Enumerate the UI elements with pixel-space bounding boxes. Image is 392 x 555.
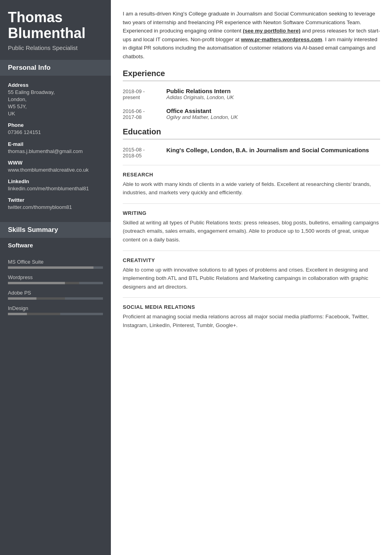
exp-details: Office AssistantOgilvy and Mather, Londo…	[166, 107, 380, 120]
education-item: 2015-08 -2018-05King's College, London, …	[123, 146, 380, 159]
skill-bar	[8, 266, 103, 269]
phone-group: Phone 07366 124151	[8, 122, 103, 136]
skill-name: InDesign	[8, 305, 103, 311]
exp-company: Adidas Originals, London, UK	[166, 94, 380, 100]
address-label: Address	[8, 82, 103, 88]
phone-value: 07366 124151	[8, 129, 103, 136]
exp-role: Public Relations Intern	[166, 88, 380, 94]
email-value: thomas.j.blumenthal@gmail.com	[8, 148, 103, 155]
section-divider	[123, 203, 380, 204]
skills-section: RESEARCHAble to work with many kinds of …	[123, 165, 380, 330]
experience-item: 2016-06 -2017-08Office AssistantOgilvy a…	[123, 107, 380, 120]
skill-category-title: WRITING	[123, 210, 380, 216]
skill-category-title: SOCIAL MEDIA RELATIONS	[123, 304, 380, 310]
edu-degree: King's College, London, B.A. in Journali…	[166, 146, 380, 154]
education-list: 2015-08 -2018-05King's College, London, …	[123, 146, 380, 159]
education-section: Education 2015-08 -2018-05King's College…	[123, 127, 380, 159]
sidebar-header: Thomas Blumenthal Public Relations Speci…	[0, 0, 111, 60]
personal-info-header: Personal Info	[0, 60, 111, 76]
linkedin-value: linkedin.com/me/thomblumenthal81	[8, 185, 103, 192]
twitter-label: Twitter	[8, 197, 103, 203]
skill-category: WRITINGSkilled at writing all types of P…	[123, 210, 380, 244]
candidate-title: Public Relations Specialist	[8, 44, 103, 52]
experience-title: Experience	[123, 69, 380, 81]
skill-category-desc: Able to work with many kinds of clients …	[123, 180, 380, 197]
education-title: Education	[123, 127, 380, 140]
skill-name: Adobe PS	[8, 290, 103, 296]
personal-info-content: Address 55 Ealing Broadway,London,W5 5JY…	[0, 76, 111, 222]
exp-details: Public Relations InternAdidas Originals,…	[166, 88, 380, 100]
skills-summary-header: Skills Summary	[0, 222, 111, 238]
skill-item: Wordpress	[8, 274, 103, 284]
section-divider	[123, 297, 380, 298]
software-header: Software	[0, 238, 111, 253]
section-divider	[123, 251, 380, 251]
skill-bar	[8, 297, 103, 300]
skill-bar-accent	[36, 297, 65, 300]
skill-item: Adobe PS	[8, 290, 103, 300]
email-group: E-mail thomas.j.blumenthal@gmail.com	[8, 141, 103, 155]
skill-item: MS Office Suite	[8, 259, 103, 269]
edu-date: 2015-08 -2018-05	[123, 146, 166, 159]
skill-bar	[8, 282, 103, 284]
software-content: MS Office SuiteWordpressAdobe PSInDesign	[0, 253, 111, 327]
blog-link[interactable]: www.pr-matters.wordpress.com	[241, 36, 322, 42]
edu-details: King's College, London, B.A. in Journali…	[166, 146, 380, 159]
portfolio-link[interactable]: (see my portfolio here)	[243, 28, 301, 34]
www-label: WWW	[8, 160, 103, 166]
skill-bar-fill	[8, 282, 65, 284]
skill-bar-accent	[65, 282, 79, 284]
skill-name: MS Office Suite	[8, 259, 103, 265]
linkedin-group: LinkedIn linkedin.com/me/thomblumenthal8…	[8, 178, 103, 192]
skill-bar-fill	[8, 266, 93, 269]
skill-name: Wordpress	[8, 274, 103, 280]
www-value: www.thomblumenthalcreative.co.uk	[8, 166, 103, 174]
address-value: 55 Ealing Broadway,London,W5 5JY,UK	[8, 89, 103, 118]
exp-date: 2016-06 -2017-08	[123, 107, 166, 120]
skill-bar-fill	[8, 297, 36, 300]
skill-category-desc: Able to come up with innovative solution…	[123, 266, 380, 291]
exp-role: Office Assistant	[166, 107, 380, 114]
skill-category-title: RESEARCH	[123, 172, 380, 178]
www-group: WWW www.thomblumenthalcreative.co.uk	[8, 160, 103, 174]
address-group: Address 55 Ealing Broadway,London,W5 5JY…	[8, 82, 103, 118]
experience-section: Experience 2018-09 -presentPublic Relati…	[123, 69, 380, 120]
experience-item: 2018-09 -presentPublic Relations InternA…	[123, 88, 380, 100]
skill-item: InDesign	[8, 305, 103, 315]
exp-company: Ogilvy and Mather, London, UK	[166, 114, 380, 120]
exp-date: 2018-09 -present	[123, 88, 166, 100]
linkedin-label: LinkedIn	[8, 178, 103, 184]
skill-bar	[8, 313, 103, 315]
skill-category: RESEARCHAble to work with many kinds of …	[123, 172, 380, 197]
sidebar: Thomas Blumenthal Public Relations Speci…	[0, 0, 111, 555]
skill-category-desc: Skilled at writing all types of Public R…	[123, 218, 380, 244]
phone-label: Phone	[8, 122, 103, 128]
skill-category-desc: Proficient at managing social media rela…	[123, 312, 380, 329]
twitter-group: Twitter twitter.com/thommybloom81	[8, 197, 103, 211]
main-content: I am a results-driven King's College gra…	[111, 0, 392, 555]
intro-paragraph: I am a results-driven King's College gra…	[123, 10, 380, 61]
section-divider	[123, 165, 380, 165]
twitter-value: twitter.com/thommybloom81	[8, 204, 103, 211]
skill-bar-fill	[8, 313, 27, 315]
skill-bar-accent	[27, 313, 60, 315]
candidate-name: Thomas Blumenthal	[8, 10, 103, 41]
experience-list: 2018-09 -presentPublic Relations InternA…	[123, 88, 380, 120]
skill-category-title: CREATIVITY	[123, 257, 380, 263]
skill-category: SOCIAL MEDIA RELATIONSProficient at mana…	[123, 304, 380, 329]
email-label: E-mail	[8, 141, 103, 147]
skill-category: CREATIVITYAble to come up with innovativ…	[123, 257, 380, 291]
